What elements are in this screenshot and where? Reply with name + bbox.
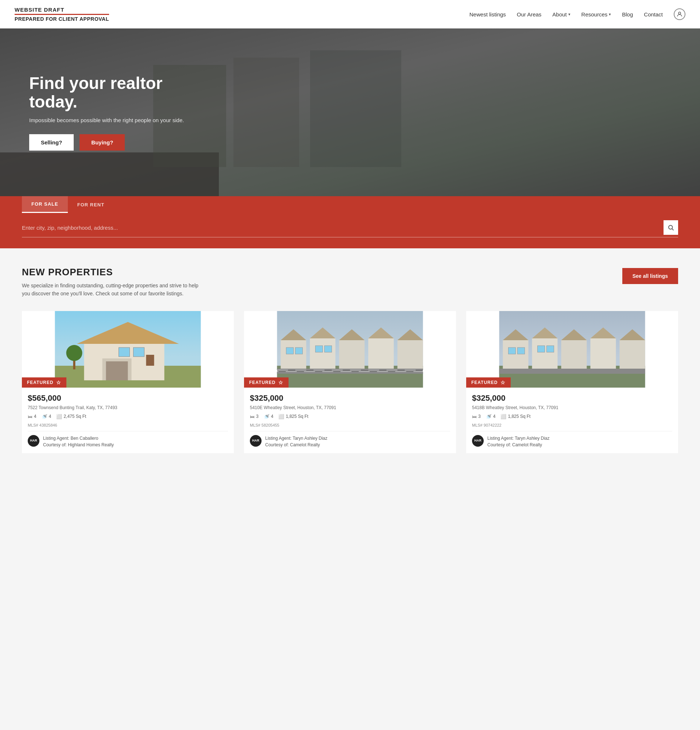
nav-newest-listings[interactable]: Newest listings (469, 11, 506, 18)
property-info: $325,000 5410E Wheatley Street, Houston,… (244, 388, 456, 453)
hero-subheadline: Impossible becomes possible with the rig… (29, 117, 190, 123)
beds-spec: 🛏 4 (28, 414, 37, 419)
agent-courtesy: Courtesy of: Camelot Realty (487, 442, 550, 448)
featured-label: FEATURED (27, 380, 53, 385)
logo: WEBSITE DRAFT PREPARED FOR CLIENT APPROV… (15, 7, 109, 22)
sqft-spec: ⬜ 2,475 Sq Ft (56, 414, 86, 419)
svg-rect-35 (324, 346, 332, 352)
nav-blog[interactable]: Blog (622, 11, 633, 18)
property-address: 7522 Townsend Bunting Trail, Katy, TX, 7… (28, 405, 228, 410)
agent-name: Listing Agent: Taryn Ashley Diaz (487, 435, 550, 442)
property-specs: 🛏 4 🚿 4 ⬜ 2,475 Sq Ft (28, 414, 228, 419)
svg-rect-28 (368, 339, 394, 373)
svg-point-19 (66, 345, 82, 361)
bed-icon: 🛏 (28, 414, 32, 419)
search-tabs: FOR SALE FOR RENT (22, 196, 678, 213)
svg-rect-14 (106, 361, 128, 380)
bath-icon: 🚿 (486, 414, 492, 419)
property-specs: 🛏 3 🚿 4 ⬜ 1,825 Sq Ft (472, 414, 672, 419)
draft-title: WEBSITE DRAFT (15, 7, 109, 13)
about-chevron-icon: ▾ (568, 12, 570, 17)
featured-badge: FEATURED ☆ (466, 377, 511, 388)
baths-spec: 🚿 4 (486, 414, 496, 419)
star-icon: ☆ (500, 380, 506, 385)
draft-subtitle: PREPARED FOR CLIENT APPROVAL (15, 16, 109, 22)
property-image: FEATURED ☆ (22, 311, 234, 388)
nav-our-areas[interactable]: Our Areas (517, 11, 542, 18)
baths-spec: 🚿 4 (42, 414, 51, 419)
new-properties-section: NEW PROPERTIES We specialize in finding … (0, 248, 700, 472)
svg-rect-48 (620, 340, 645, 373)
area-icon: ⬜ (56, 414, 62, 419)
sqft-spec: ⬜ 1,825 Sq Ft (500, 414, 530, 419)
svg-point-0 (678, 12, 681, 14)
see-all-listings-button[interactable]: See all listings (622, 268, 678, 284)
property-mls: MLS# 43825846 (28, 423, 228, 427)
bath-icon: 🚿 (264, 414, 270, 419)
svg-rect-34 (316, 346, 323, 352)
agent-courtesy: Courtesy of: Camelot Realty (265, 442, 327, 448)
hero-buttons: Selling? Buying? (29, 134, 190, 150)
property-mls: MLS# 90742222 (472, 423, 672, 427)
main-nav: Newest listings Our Areas About ▾ Resour… (469, 9, 685, 20)
property-info: $325,000 5418B Wheatley Street, Houston,… (466, 388, 678, 453)
nav-contact[interactable]: Contact (644, 11, 663, 18)
hero-content: Find your realtor today. Impossible beco… (0, 74, 219, 150)
svg-rect-17 (146, 355, 154, 366)
search-bar (22, 220, 678, 237)
svg-rect-46 (590, 339, 616, 373)
nav-about[interactable]: About ▾ (552, 11, 570, 18)
search-input[interactable] (22, 225, 663, 231)
property-card: FEATURED ☆ $325,000 5418B Wheatley Stree… (466, 311, 678, 453)
property-specs: 🛏 3 🚿 4 ⬜ 1,825 Sq Ft (250, 414, 450, 419)
svg-point-7 (669, 225, 673, 229)
featured-label: FEATURED (249, 380, 275, 385)
property-mls: MLS# 58205455 (250, 423, 450, 427)
featured-badge: FEATURED ☆ (244, 377, 289, 388)
new-properties-description: We specialize in finding outstanding, cu… (22, 282, 204, 298)
property-address: 5410E Wheatley Street, Houston, TX, 7709… (250, 405, 450, 410)
user-account-icon[interactable] (674, 9, 685, 20)
svg-rect-44 (561, 340, 587, 373)
tab-for-sale[interactable]: FOR SALE (22, 196, 68, 213)
property-agent: HAR Listing Agent: Taryn Ashley Diaz Cou… (250, 431, 450, 448)
agent-info: Listing Agent: Taryn Ashley Diaz Courtes… (487, 435, 550, 448)
svg-rect-22 (281, 340, 306, 373)
hero-headline: Find your realtor today. (29, 74, 190, 111)
hero-section: Find your realtor today. Impossible beco… (0, 28, 700, 196)
area-icon: ⬜ (500, 414, 506, 419)
property-image-svg (22, 311, 234, 388)
property-image-svg (244, 311, 456, 388)
svg-rect-54 (499, 369, 645, 374)
agent-name: Listing Agent: Taryn Ashley Diaz (265, 435, 327, 442)
selling-button[interactable]: Selling? (29, 134, 74, 150)
property-image: FEATURED ☆ (466, 311, 678, 388)
buying-button[interactable]: Buying? (79, 134, 125, 150)
resources-chevron-icon: ▾ (609, 12, 611, 17)
svg-rect-33 (295, 347, 303, 354)
svg-rect-26 (339, 340, 365, 373)
property-price: $325,000 (472, 393, 672, 403)
bed-icon: 🛏 (250, 414, 254, 419)
tab-for-rent[interactable]: FOR RENT (68, 196, 114, 213)
agent-courtesy: Courtesy of: Highland Homes Realty (43, 442, 114, 448)
agent-logo: HAR (472, 435, 484, 447)
baths-spec: 🚿 4 (264, 414, 273, 419)
agent-info: Listing Agent: Ben Caballero Courtesy of… (43, 435, 114, 448)
property-price: $565,000 (28, 393, 228, 403)
property-card: FEATURED ☆ $565,000 7522 Townsend Buntin… (22, 311, 234, 453)
area-icon: ⬜ (278, 414, 284, 419)
sqft-spec: ⬜ 1,825 Sq Ft (278, 414, 308, 419)
nav-resources[interactable]: Resources ▾ (582, 11, 611, 18)
agent-name: Listing Agent: Ben Caballero (43, 435, 114, 442)
search-button[interactable] (663, 220, 678, 235)
property-cards-grid: FEATURED ☆ $565,000 7522 Townsend Buntin… (22, 311, 678, 453)
property-info: $565,000 7522 Townsend Bunting Trail, Ka… (22, 388, 234, 453)
agent-logo: HAR (28, 435, 39, 447)
svg-rect-52 (538, 346, 545, 352)
featured-label: FEATURED (471, 380, 498, 385)
svg-rect-30 (397, 340, 423, 373)
svg-rect-42 (532, 339, 558, 373)
svg-rect-24 (310, 339, 336, 373)
property-agent: HAR Listing Agent: Taryn Ashley Diaz Cou… (472, 431, 672, 448)
